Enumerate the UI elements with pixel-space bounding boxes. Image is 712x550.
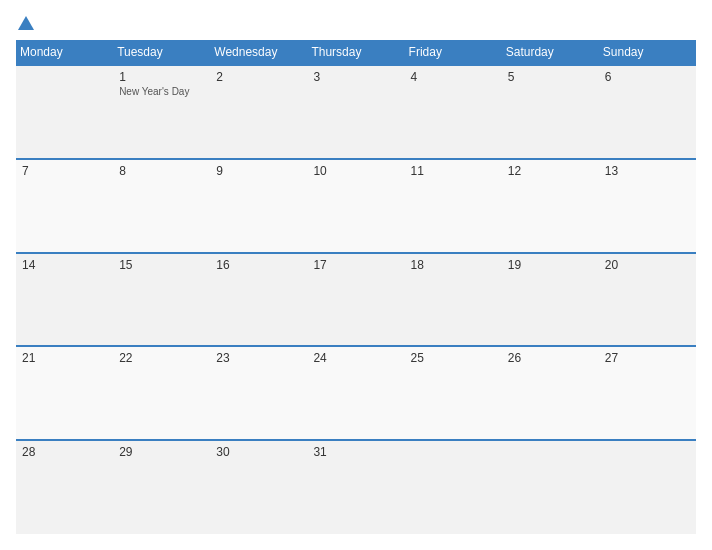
calendar-cell: 11	[405, 159, 502, 253]
calendar-cell: 30	[210, 440, 307, 534]
calendar-cell: 10	[307, 159, 404, 253]
day-number: 2	[216, 70, 301, 84]
calendar-cell: 4	[405, 65, 502, 159]
calendar-cell: 28	[16, 440, 113, 534]
calendar-cell: 23	[210, 346, 307, 440]
calendar-cell: 5	[502, 65, 599, 159]
calendar-cell: 29	[113, 440, 210, 534]
day-number: 4	[411, 70, 496, 84]
calendar-cell: 22	[113, 346, 210, 440]
calendar-cell: 12	[502, 159, 599, 253]
calendar-cell: 20	[599, 253, 696, 347]
day-number: 20	[605, 258, 690, 272]
day-number: 30	[216, 445, 301, 459]
calendar-cell: 7	[16, 159, 113, 253]
calendar-cell: 17	[307, 253, 404, 347]
day-number: 8	[119, 164, 204, 178]
calendar-cell: 19	[502, 253, 599, 347]
weekday-friday: Friday	[405, 40, 502, 65]
day-number: 10	[313, 164, 398, 178]
day-number: 31	[313, 445, 398, 459]
day-number: 25	[411, 351, 496, 365]
day-number: 1	[119, 70, 204, 84]
day-number: 16	[216, 258, 301, 272]
week-row-2: 78910111213	[16, 159, 696, 253]
day-number: 23	[216, 351, 301, 365]
day-number: 3	[313, 70, 398, 84]
calendar-cell: 9	[210, 159, 307, 253]
calendar-cell	[502, 440, 599, 534]
calendar-cell: 8	[113, 159, 210, 253]
day-number: 18	[411, 258, 496, 272]
day-number: 21	[22, 351, 107, 365]
calendar-cell: 21	[16, 346, 113, 440]
day-number: 28	[22, 445, 107, 459]
day-number: 26	[508, 351, 593, 365]
weekday-sunday: Sunday	[599, 40, 696, 65]
day-number: 11	[411, 164, 496, 178]
day-number: 7	[22, 164, 107, 178]
calendar-cell	[599, 440, 696, 534]
holiday-name: New Year's Day	[119, 86, 204, 97]
calendar-cell: 3	[307, 65, 404, 159]
calendar-cell: 18	[405, 253, 502, 347]
week-row-3: 14151617181920	[16, 253, 696, 347]
week-row-5: 28293031	[16, 440, 696, 534]
calendar-cell: 15	[113, 253, 210, 347]
calendar-cell: 24	[307, 346, 404, 440]
calendar-cell: 13	[599, 159, 696, 253]
weekday-monday: Monday	[16, 40, 113, 65]
calendar-cell: 16	[210, 253, 307, 347]
calendar-cell: 1New Year's Day	[113, 65, 210, 159]
week-row-1: 1New Year's Day23456	[16, 65, 696, 159]
day-number: 5	[508, 70, 593, 84]
calendar-cell	[16, 65, 113, 159]
weekday-saturday: Saturday	[502, 40, 599, 65]
day-number: 17	[313, 258, 398, 272]
calendar-cell	[405, 440, 502, 534]
weekday-header-row: MondayTuesdayWednesdayThursdayFridaySatu…	[16, 40, 696, 65]
calendar-cell: 2	[210, 65, 307, 159]
logo	[16, 16, 34, 32]
calendar-cell: 27	[599, 346, 696, 440]
week-row-4: 21222324252627	[16, 346, 696, 440]
weekday-thursday: Thursday	[307, 40, 404, 65]
calendar-table: MondayTuesdayWednesdayThursdayFridaySatu…	[16, 40, 696, 534]
calendar-cell: 26	[502, 346, 599, 440]
day-number: 6	[605, 70, 690, 84]
day-number: 27	[605, 351, 690, 365]
weekday-tuesday: Tuesday	[113, 40, 210, 65]
day-number: 22	[119, 351, 204, 365]
day-number: 9	[216, 164, 301, 178]
day-number: 19	[508, 258, 593, 272]
day-number: 15	[119, 258, 204, 272]
day-number: 24	[313, 351, 398, 365]
calendar-header	[16, 16, 696, 32]
calendar-cell: 14	[16, 253, 113, 347]
day-number: 12	[508, 164, 593, 178]
day-number: 29	[119, 445, 204, 459]
calendar-cell: 31	[307, 440, 404, 534]
day-number: 14	[22, 258, 107, 272]
day-number: 13	[605, 164, 690, 178]
calendar-cell: 25	[405, 346, 502, 440]
calendar-cell: 6	[599, 65, 696, 159]
logo-triangle-icon	[18, 16, 34, 30]
weekday-wednesday: Wednesday	[210, 40, 307, 65]
